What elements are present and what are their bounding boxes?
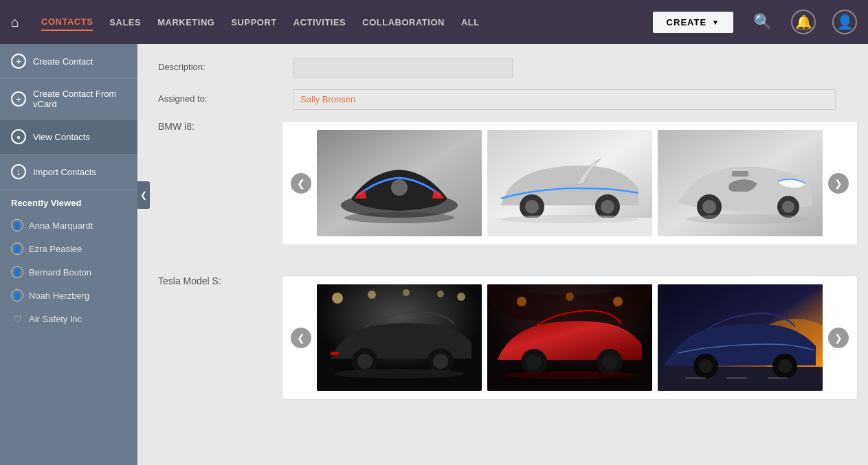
svg-point-25 xyxy=(357,354,372,369)
svg-rect-48 xyxy=(768,377,788,379)
tesla-gallery-next[interactable]: ❯ xyxy=(828,328,849,348)
nav-contacts[interactable]: CONTACTS xyxy=(41,14,93,31)
assigned-to-label: Assigned to: xyxy=(158,89,282,104)
svg-point-2 xyxy=(391,179,408,196)
nav-support[interactable]: SUPPORT xyxy=(231,14,276,30)
tesla-image-1 xyxy=(317,284,482,391)
bmw-gallery-images xyxy=(317,130,823,236)
svg-point-27 xyxy=(433,354,448,369)
bmw-gallery: ❮ xyxy=(282,121,858,245)
tesla-gallery-images xyxy=(317,284,823,391)
description-input[interactable] xyxy=(293,58,513,78)
import-contacts-icon: ↓ xyxy=(11,164,26,179)
bmw-gallery-next[interactable]: ❯ xyxy=(828,173,849,194)
sidebar: + Create Contact + Create Contact From v… xyxy=(0,44,137,465)
recently-viewed-noah[interactable]: 👤 Noah Herzberg xyxy=(0,284,137,307)
create-arrow-icon: ▼ xyxy=(712,19,720,26)
tesla-gallery-prev[interactable]: ❮ xyxy=(291,328,311,348)
description-value xyxy=(293,58,513,78)
svg-rect-47 xyxy=(726,377,747,379)
bmw-label: BMW i8: xyxy=(158,121,282,132)
tesla-gallery-wrapper: ❮ xyxy=(282,275,858,413)
svg-point-10 xyxy=(501,215,638,223)
nav-all[interactable]: ALL xyxy=(461,14,480,30)
svg-point-6 xyxy=(525,200,539,214)
create-button[interactable]: CREATE ▼ xyxy=(653,12,733,33)
description-row: Description: xyxy=(158,58,847,78)
nav-marketing[interactable]: MARKETING xyxy=(157,14,214,30)
recently-viewed-header: Recently Viewed xyxy=(0,190,137,214)
recently-viewed-bernard[interactable]: 👤 Bernard Bouton xyxy=(0,260,137,284)
bmw-gallery-wrapper: ❮ xyxy=(282,121,858,259)
svg-point-19 xyxy=(332,293,343,304)
nav-activities[interactable]: ACTIVITIES xyxy=(293,14,346,30)
svg-point-28 xyxy=(334,369,465,378)
svg-point-15 xyxy=(782,201,794,213)
person-icon: 👤 xyxy=(11,242,23,255)
svg-rect-29 xyxy=(331,352,339,355)
import-contacts-action[interactable]: ↓ Import Contacts xyxy=(0,155,137,190)
svg-point-33 xyxy=(613,297,623,306)
recently-viewed-air-safety[interactable]: 🛡 Air Safety Inc xyxy=(0,307,137,330)
svg-rect-46 xyxy=(685,377,706,379)
svg-point-35 xyxy=(526,354,542,370)
recently-viewed-anna[interactable]: 👤 Anna Marquardt xyxy=(0,214,137,237)
svg-point-20 xyxy=(368,291,376,299)
svg-point-21 xyxy=(403,289,410,296)
create-vcard-icon: + xyxy=(11,91,26,106)
svg-point-23 xyxy=(457,293,465,301)
person-icon: 👤 xyxy=(11,266,23,278)
person-icon: 👤 xyxy=(11,289,23,302)
svg-point-17 xyxy=(685,214,809,224)
create-contact-action[interactable]: + Create Contact xyxy=(0,44,137,79)
assigned-to-value: Sally Bronsen xyxy=(293,89,513,110)
tesla-label: Tesla Model S: xyxy=(158,275,282,286)
svg-point-31 xyxy=(517,297,526,306)
bmw-gallery-row: BMW i8: ❮ xyxy=(158,121,847,259)
person-icon: 👤 xyxy=(11,219,23,231)
svg-point-3 xyxy=(344,212,454,223)
main-content: Description: Assigned to: Sally Bronsen … xyxy=(137,44,868,465)
svg-point-43 xyxy=(699,359,713,373)
notifications-icon[interactable]: 🔔 xyxy=(791,10,816,34)
nav-sales[interactable]: SALES xyxy=(109,14,141,30)
assigned-to-row: Assigned to: Sally Bronsen xyxy=(158,89,847,110)
top-navigation: ⌂ CONTACTS SALES MARKETING SUPPORT ACTIV… xyxy=(0,0,868,44)
view-contacts-action[interactable]: ● View Contacts xyxy=(0,120,137,155)
home-icon[interactable]: ⌂ xyxy=(11,14,19,30)
create-contact-icon: + xyxy=(11,54,26,69)
tesla-gallery: ❮ xyxy=(282,275,858,400)
recently-viewed-ezra[interactable]: 👤 Ezra Peaslee xyxy=(0,237,137,260)
svg-point-13 xyxy=(702,200,716,214)
view-contacts-icon: ● xyxy=(11,129,26,144)
bmw-image-1 xyxy=(317,130,482,236)
svg-point-32 xyxy=(566,293,574,301)
svg-point-8 xyxy=(601,200,614,214)
create-contact-vcard-action[interactable]: + Create Contact From vCard xyxy=(0,79,137,120)
user-profile-icon[interactable]: 👤 xyxy=(832,10,857,34)
shield-icon: 🛡 xyxy=(11,313,23,325)
bmw-image-3 xyxy=(658,130,823,236)
tesla-gallery-row: Tesla Model S: ❮ xyxy=(158,275,847,413)
tesla-image-3 xyxy=(658,284,823,391)
svg-point-45 xyxy=(778,359,792,373)
tesla-image-2 xyxy=(487,284,652,391)
bmw-gallery-prev[interactable]: ❮ xyxy=(291,173,311,194)
bmw-image-2 xyxy=(487,130,652,236)
svg-rect-16 xyxy=(732,171,748,177)
svg-point-22 xyxy=(437,291,444,297)
svg-point-37 xyxy=(602,354,617,370)
assigned-to-link[interactable]: Sally Bronsen xyxy=(300,94,355,104)
svg-point-38 xyxy=(504,371,635,379)
sidebar-toggle[interactable]: ❮ xyxy=(137,181,150,209)
search-icon[interactable]: 🔍 xyxy=(750,10,775,34)
description-label: Description: xyxy=(158,58,282,72)
nav-collaboration[interactable]: COLLABORATION xyxy=(362,14,445,30)
